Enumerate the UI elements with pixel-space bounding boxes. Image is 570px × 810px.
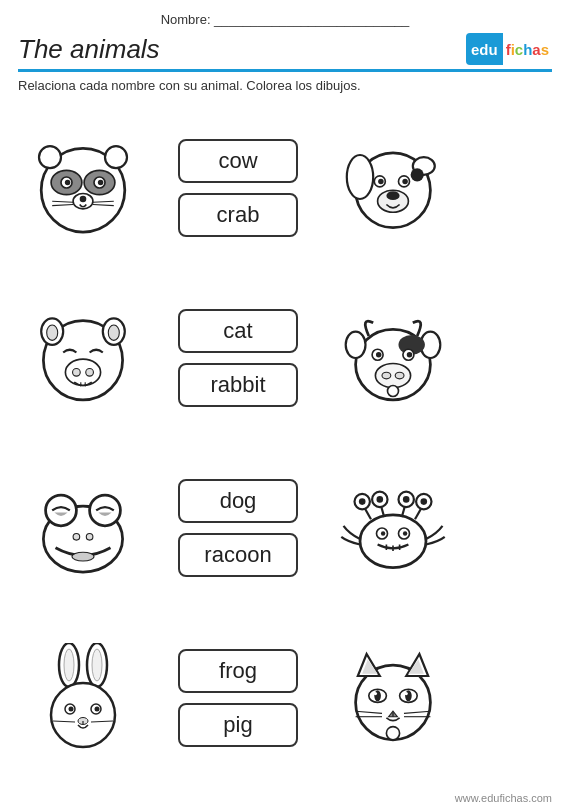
svg-point-10: [80, 196, 87, 203]
svg-point-64: [359, 498, 366, 505]
animal-frog-cell: [28, 473, 138, 583]
word-racoon: racoon: [178, 533, 298, 577]
logo-fichas: fichas: [503, 33, 552, 65]
animal-raccoon: [28, 133, 138, 243]
word-pig: pig: [178, 703, 298, 747]
nombre-label: Nombre: ___________________________: [161, 12, 410, 27]
content: cow crab: [18, 103, 552, 783]
svg-point-82: [69, 707, 74, 712]
logo: edu fichas: [466, 33, 552, 65]
svg-point-95: [374, 690, 381, 701]
animal-rabbit: [28, 643, 138, 753]
row4-words: frog pig: [178, 649, 298, 747]
svg-point-53: [86, 534, 93, 541]
svg-point-1: [39, 146, 61, 168]
subtitle: Relaciona cada nombre con su animal. Col…: [18, 78, 552, 93]
svg-point-42: [407, 352, 413, 358]
svg-point-78: [92, 649, 102, 681]
svg-point-20: [378, 179, 384, 185]
svg-point-65: [421, 498, 428, 505]
word-rabbit: rabbit: [178, 363, 298, 407]
svg-point-44: [382, 372, 391, 379]
svg-point-8: [98, 180, 104, 186]
svg-point-7: [65, 180, 71, 186]
animal-rabbit-cell: [28, 643, 138, 753]
animal-pig: [28, 303, 138, 413]
animal-cow-cell: [338, 303, 448, 413]
svg-point-98: [405, 692, 408, 695]
svg-point-31: [73, 368, 81, 376]
svg-point-73: [381, 531, 385, 535]
svg-point-32: [86, 368, 94, 376]
footer-url: www.edufichas.com: [455, 792, 552, 804]
animal-dog-cell: [338, 133, 448, 243]
title-bar: The animals edu fichas: [18, 33, 552, 72]
svg-point-23: [386, 191, 399, 200]
animal-cat-cell: [338, 643, 448, 753]
svg-point-45: [395, 372, 404, 379]
svg-point-67: [403, 496, 410, 503]
svg-point-83: [95, 707, 100, 712]
row1-words: cow crab: [178, 139, 298, 237]
svg-point-97: [374, 692, 377, 695]
svg-point-52: [73, 534, 80, 541]
animal-cow: [338, 303, 448, 413]
animal-crab: [338, 473, 448, 583]
svg-point-29: [108, 325, 119, 340]
word-frog: frog: [178, 649, 298, 693]
word-cow: cow: [178, 139, 298, 183]
page: Nombre: ___________________________ The …: [0, 0, 570, 810]
logo-edu: edu: [466, 33, 503, 65]
animal-pig-cell: [28, 303, 138, 413]
svg-point-28: [47, 325, 58, 340]
page-title: The animals: [18, 34, 160, 65]
svg-point-46: [388, 386, 399, 397]
svg-point-16: [347, 155, 373, 199]
word-dog: dog: [178, 479, 298, 523]
svg-point-77: [64, 649, 74, 681]
svg-point-2: [105, 146, 127, 168]
svg-point-66: [377, 496, 384, 503]
word-cat: cat: [178, 309, 298, 353]
animal-dog: [338, 133, 448, 243]
animal-raccoon-cell: [28, 133, 138, 243]
svg-point-41: [376, 352, 382, 358]
svg-point-30: [65, 359, 100, 385]
svg-point-51: [96, 502, 114, 520]
svg-point-79: [51, 683, 115, 747]
svg-point-21: [402, 179, 408, 185]
svg-point-36: [346, 332, 366, 358]
animal-crab-cell: [338, 473, 448, 583]
animal-frog: [28, 473, 138, 583]
nombre-line: Nombre: ___________________________: [18, 12, 552, 27]
svg-point-105: [386, 727, 399, 740]
svg-point-54: [72, 552, 94, 561]
row2-words: cat rabbit: [178, 309, 298, 407]
svg-point-55: [360, 515, 426, 568]
row3-words: dog racoon: [178, 479, 298, 577]
svg-point-74: [403, 531, 407, 535]
svg-point-50: [52, 502, 70, 520]
word-crab: crab: [178, 193, 298, 237]
svg-point-96: [405, 690, 412, 701]
svg-point-24: [411, 168, 424, 181]
svg-point-43: [375, 364, 410, 388]
animal-cat: [338, 643, 448, 753]
